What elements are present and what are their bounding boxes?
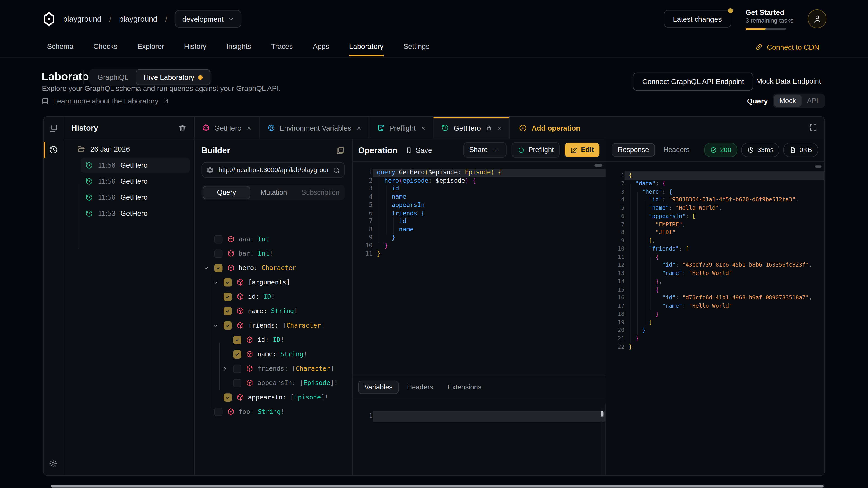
field-checkbox[interactable]	[233, 350, 241, 358]
tab-variables[interactable]: Variables	[358, 381, 399, 394]
preflight-button[interactable]: Preflight	[511, 142, 560, 158]
nav-item-apps[interactable]: Apps	[313, 38, 329, 57]
field-checkbox[interactable]	[223, 292, 232, 301]
connect-graphql-endpoint-button[interactable]: Connect GraphQL API Endpoint	[633, 72, 753, 91]
external-link-icon	[163, 98, 169, 104]
tab-gethero[interactable]: GetHero×	[194, 117, 259, 139]
query-editor[interactable]: 1query GetHero($episode: Episode) {2 her…	[352, 169, 606, 258]
history-item[interactable]: 11:53GetHero	[81, 206, 190, 221]
chevron-down-icon[interactable]	[213, 322, 219, 328]
latest-changes-button[interactable]: Latest changes	[663, 10, 731, 28]
settings-gear-icon[interactable]	[49, 459, 58, 468]
tab-gethero[interactable]: GetHero×	[434, 117, 510, 139]
nav-tabs: SchemaChecksExplorerHistoryInsightsTrace…	[47, 38, 430, 57]
chevron-right-icon[interactable]	[222, 365, 228, 372]
nav-item-laboratory[interactable]: Laboratory	[349, 38, 383, 57]
endpoint-url-input[interactable]	[217, 165, 329, 174]
fullscreen-icon[interactable]	[809, 123, 817, 132]
field-checkbox[interactable]	[223, 307, 232, 315]
page-horizontal-scrollbar[interactable]	[51, 485, 824, 487]
tab-response[interactable]: Response	[612, 143, 655, 157]
toggle-option-mock[interactable]: Mock	[774, 95, 802, 107]
add-operation-button[interactable]: Add operation	[510, 117, 589, 139]
nav-item-schema[interactable]: Schema	[47, 38, 73, 57]
save-button[interactable]: Save	[405, 146, 432, 154]
close-tab-icon[interactable]: ×	[247, 124, 251, 132]
field-checkbox[interactable]	[214, 249, 223, 258]
field-row[interactable]: friends: [Character]	[194, 318, 352, 332]
scrollbar-thumb[interactable]	[600, 411, 603, 417]
field-row[interactable]: appearsIn: [Episode]!	[194, 390, 352, 404]
close-tab-icon[interactable]: ×	[498, 124, 502, 132]
tab-mutation[interactable]: Mutation	[250, 186, 297, 199]
field-checkbox[interactable]	[233, 364, 241, 373]
breadcrumb-org[interactable]: playground	[63, 14, 101, 23]
field-row[interactable]: foo: String!	[194, 404, 352, 419]
chevron-down-icon[interactable]	[213, 279, 219, 285]
history-item[interactable]: 11:56GetHero	[81, 190, 190, 205]
line-number: 21	[606, 335, 624, 343]
field-checkbox[interactable]	[214, 264, 223, 272]
field-row[interactable]: id: ID!	[194, 289, 352, 304]
tab-extensions[interactable]: Extensions	[441, 381, 488, 394]
tab-environment-variables[interactable]: Environment Variables×	[259, 117, 369, 139]
nav-item-checks[interactable]: Checks	[93, 38, 117, 57]
toggle-option-hive-laboratory[interactable]: Hive Laboratory	[136, 69, 211, 85]
tab-response-headers[interactable]: Headers	[657, 143, 696, 157]
field-checkbox[interactable]	[223, 321, 232, 330]
user-avatar[interactable]	[808, 9, 827, 28]
field-row[interactable]: friends: [Character]	[194, 361, 352, 376]
history-item[interactable]: 11:56GetHero	[81, 174, 190, 189]
variables-editor[interactable]: 1	[352, 403, 606, 475]
trash-icon[interactable]	[178, 124, 187, 132]
collapse-panel-icon[interactable]	[336, 146, 345, 155]
response-viewer[interactable]: 1{2 "data": {3 "hero": {4 "id": "9303830…	[606, 171, 824, 351]
field-row[interactable]: id: ID!	[194, 332, 352, 347]
field-checkbox[interactable]	[233, 379, 241, 387]
nav-item-insights[interactable]: Insights	[226, 38, 251, 57]
field-row[interactable]: appearsIn: [Episode]!	[194, 376, 352, 390]
tab-preflight[interactable]: Preflight×	[369, 117, 434, 139]
field-checkbox[interactable]	[223, 393, 232, 401]
field-checkbox[interactable]	[223, 278, 232, 287]
field-row[interactable]: bar: Int!	[194, 246, 352, 261]
field-row[interactable]: name: String!	[194, 347, 352, 361]
history-item[interactable]: 11:56GetHero	[81, 158, 190, 173]
field-checkbox[interactable]	[233, 335, 241, 344]
mock-data-endpoint-button[interactable]: Mock Data Endpoint	[756, 77, 821, 85]
connect-to-cdn-link[interactable]: Connect to CDN	[755, 38, 819, 57]
nav-item-settings[interactable]: Settings	[403, 38, 430, 57]
edit-button[interactable]: Edit	[565, 143, 599, 157]
chevron-down-icon[interactable]	[203, 265, 209, 271]
tree-guide	[79, 184, 79, 249]
field-row[interactable]: name: String!	[194, 304, 352, 318]
field-row[interactable]: aaa: Int	[194, 232, 352, 246]
tab-subscription[interactable]: Subscription	[297, 186, 344, 199]
target-selector[interactable]: development	[175, 10, 241, 28]
field-checkbox[interactable]	[214, 235, 223, 243]
share-button[interactable]: Share ···	[463, 142, 506, 158]
nav-item-traces[interactable]: Traces	[271, 38, 293, 57]
tab-query[interactable]: Query	[203, 186, 250, 199]
toggle-option-api[interactable]: API	[802, 95, 824, 107]
horizontal-scrollbar-thumb[interactable]	[594, 164, 602, 166]
close-tab-icon[interactable]: ×	[421, 124, 426, 132]
toggle-option-graphiql[interactable]: GraphiQL	[90, 70, 136, 85]
history-rail-icon[interactable]	[49, 145, 58, 155]
field-row[interactable]: hero: Character	[194, 260, 352, 275]
close-tab-icon[interactable]: ×	[357, 124, 361, 132]
field-row[interactable]: [arguments]	[194, 275, 352, 289]
learn-more-link[interactable]: Learn more about the Laboratory	[41, 97, 169, 105]
horizontal-scrollbar-thumb[interactable]	[815, 165, 822, 168]
more-options-icon[interactable]: ···	[492, 146, 500, 154]
collections-icon[interactable]	[49, 124, 58, 133]
tab-headers[interactable]: Headers	[401, 381, 439, 394]
nav-item-history[interactable]: History	[184, 38, 206, 57]
hive-logo-icon[interactable]	[41, 11, 57, 26]
get-started-widget[interactable]: Get Started 3 remaining tasks	[745, 8, 793, 30]
breadcrumb-project[interactable]: playground	[119, 14, 158, 23]
refresh-icon[interactable]	[333, 166, 340, 173]
history-date-group[interactable]: 26 Jan 2026	[64, 142, 194, 157]
nav-item-explorer[interactable]: Explorer	[137, 38, 164, 57]
field-checkbox[interactable]	[214, 408, 223, 416]
